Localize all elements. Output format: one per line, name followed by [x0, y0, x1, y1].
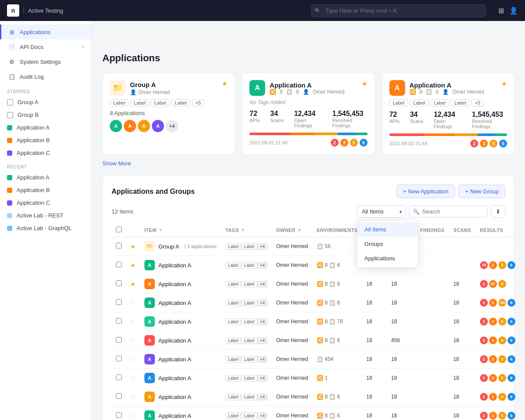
stat-resolved-label: Resolved Findings [332, 118, 368, 128]
sidebar-recent-active-lab-rest[interactable]: Active Lab - REST [0, 209, 91, 222]
starred-group-b-label: Group B [18, 112, 38, 118]
th-scans: Scans [449, 223, 476, 237]
row-more-4: ⋮ [520, 312, 525, 331]
item-name-5: A Application A [144, 335, 217, 346]
result-badge-2-0: 2 [480, 280, 488, 288]
download-button[interactable]: ⬇ [491, 205, 505, 218]
dropdown-option-groups[interactable]: Groups [357, 237, 418, 251]
stat-open-label: Open Findings [294, 118, 322, 128]
sidebar-item-applications[interactable]: ⊞ Applications [0, 24, 91, 39]
grid-icon[interactable]: ⊞ [498, 7, 504, 15]
row-star-0[interactable]: ★ [130, 243, 136, 250]
row-check-4[interactable] [116, 318, 122, 324]
sidebar-recent-app-b[interactable]: Application B [0, 184, 91, 196]
dropdown-option-applications[interactable]: Applications [357, 251, 418, 266]
row-check-7[interactable] [116, 374, 122, 380]
avatar-1: A [110, 120, 122, 132]
tag-3-0: Label [225, 300, 241, 306]
row-star-6[interactable]: ☆ [130, 356, 136, 363]
row-check-2[interactable] [116, 280, 122, 286]
select-all-checkbox[interactable] [116, 227, 122, 232]
row-star-7[interactable]: ☆ [130, 375, 136, 382]
row-tags-2: LabelLabel+4 [221, 275, 272, 294]
app-a-2-star[interactable]: ★ [501, 80, 507, 87]
row-check-8[interactable] [116, 393, 122, 399]
row-star-5[interactable]: ☆ [130, 337, 136, 344]
settings-icon: ⚙ [8, 58, 15, 65]
env-info-1: 🔀 8 📋 6 [317, 262, 357, 268]
item-name-0: 📁 Group A | 3 applications [144, 241, 217, 252]
new-application-button[interactable]: + New Application [396, 185, 455, 198]
row-checkbox-9 [112, 406, 126, 420]
table-search-input[interactable] [422, 208, 483, 215]
sidebar-recent-app-a[interactable]: Application A [0, 171, 91, 184]
show-more-link[interactable]: Show More [102, 160, 131, 167]
stat-scans-num: 34 [270, 110, 284, 118]
tag-1-0: Label [225, 262, 241, 269]
row-check-0[interactable] [116, 243, 122, 248]
branch-icon: 🔀 [270, 89, 276, 95]
row-env-7: 🔀 1 [312, 369, 362, 388]
sidebar-label-system-settings: System Settings [20, 59, 61, 65]
row-check-9[interactable] [116, 412, 122, 418]
stat-scans-label: Scans [270, 118, 284, 123]
new-group-button[interactable]: + New Group [458, 185, 505, 198]
result-badge-8-2: 5 [498, 393, 506, 401]
tag-4: Label [172, 99, 190, 106]
dot-icon-active-lab-rest [7, 213, 12, 218]
owner-filter-icon[interactable]: ▼ [297, 228, 301, 232]
row-check-5[interactable] [116, 337, 122, 343]
sidebar-starred-app-a[interactable]: Application A [0, 121, 91, 134]
person-icon: 👤 [130, 89, 136, 95]
sidebar-starred-app-c[interactable]: Application C [0, 147, 91, 159]
app-a-2-title: Application A [410, 81, 484, 89]
group-a-star[interactable]: ★ [222, 80, 228, 87]
app-a-1-date: 2022-09-02 21:49 [249, 140, 287, 145]
sidebar-item-system-settings[interactable]: ⚙ System Settings [0, 54, 91, 69]
row-star-2[interactable]: ★ [130, 281, 136, 287]
row-scans-3: 18 [449, 294, 476, 312]
tags-filter-icon[interactable]: ▼ [241, 228, 245, 232]
result-badge-5-2: 5 [498, 336, 506, 344]
sidebar-starred-group-b[interactable]: Group B [0, 108, 91, 121]
row-star-1[interactable]: ★ [130, 262, 136, 269]
sidebar-item-api-docs[interactable]: 📄 API Docs ↗ [0, 39, 91, 54]
result-badge-3-2: 790 [498, 299, 506, 307]
row-star-9[interactable]: ☆ [130, 413, 136, 419]
sidebar-recent-app-c[interactable]: Application C [0, 196, 91, 209]
item-name-text-1: Application A [158, 262, 191, 269]
stat-apis-num: 72 [249, 110, 259, 118]
row-check-1[interactable] [116, 262, 122, 267]
env-info-3: 🔀 8 📋 6 [317, 300, 357, 306]
topbar-search-input[interactable] [311, 4, 486, 17]
tag-0-0: Label [225, 243, 241, 250]
sidebar-starred-app-b[interactable]: Application B [0, 134, 91, 147]
app-a-2-footer: 2022-09-02 21:49 2 3 5 6 [389, 140, 507, 147]
sidebar-item-audit-log[interactable]: 📋 Audit Log [0, 69, 91, 84]
sidebar-recent-active-lab-graphql[interactable]: Active Lab - GraphQL [0, 222, 91, 234]
row-resolved-8: 18 [387, 388, 449, 406]
dropdown-option-all[interactable]: All Items [357, 222, 418, 237]
row-app-icon-6: A [144, 354, 155, 364]
row-star-4[interactable]: ☆ [130, 318, 136, 325]
user-icon[interactable]: 👤 [509, 7, 518, 15]
row-tags-5: LabelLabel+4 [221, 331, 272, 350]
table-row: ☆ A Application A LabelLabel+4 Omer Hern… [112, 388, 525, 406]
sidebar-starred-group-a[interactable]: Group A [0, 96, 91, 108]
row-check-3[interactable] [116, 299, 122, 305]
item-filter-icon[interactable]: ▼ [158, 228, 163, 232]
result-badge-1-1: 2 [489, 261, 497, 269]
row-star-3[interactable]: ☆ [130, 300, 136, 306]
result-badge-4-3: 6 [508, 318, 515, 326]
item-name-3: A Application A [144, 298, 217, 308]
filter-select[interactable]: All Items Groups Applications [357, 205, 406, 218]
row-star-8[interactable]: ☆ [130, 394, 136, 400]
result-badge-5-1: 3 [489, 336, 497, 344]
row-check-6[interactable] [116, 356, 122, 361]
row-more-5: ⋮ [520, 331, 525, 350]
tag-7-1: Label [241, 375, 257, 382]
topbar-section-title: Active Testing [28, 7, 63, 14]
app-a-1-star[interactable]: ★ [362, 80, 368, 87]
tag-2-1: Label [241, 281, 257, 287]
row-results-2: 2978 [476, 275, 520, 294]
